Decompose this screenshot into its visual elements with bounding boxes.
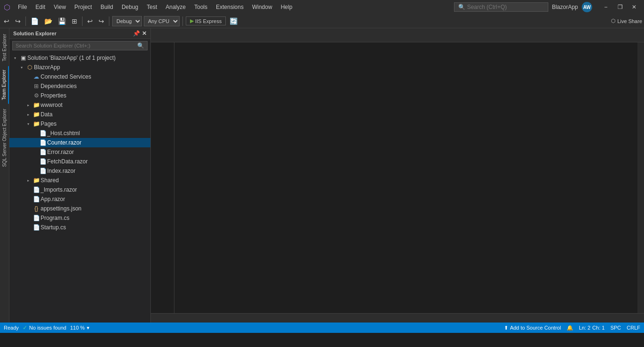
tab-bar	[151, 28, 644, 42]
menu-bar: FileEditViewProjectBuildDebugTestAnalyze…	[14, 3, 296, 11]
expand-icon[interactable]: ▸	[25, 103, 32, 107]
se-header: Solution Explorer 📌 ✕	[9, 28, 150, 39]
live-share-label: Live Share	[617, 18, 642, 24]
code-area[interactable]	[174, 42, 637, 313]
tree-item[interactable]: 📄Error.razor	[9, 147, 150, 157]
expand-icon[interactable]: ▸	[25, 178, 32, 183]
menu-item-extensions[interactable]: Extensions	[212, 3, 248, 11]
save-all-button[interactable]: ⊞	[70, 16, 79, 26]
razor-icon: 📄	[39, 139, 47, 146]
global-search[interactable]: 🔍	[454, 2, 548, 12]
status-bar: Ready ✓ No issues found 110 % ▾ ⬆ Add to…	[0, 323, 644, 333]
expand-icon[interactable]: ▸	[25, 113, 32, 117]
tree-item[interactable]: ▾▣Solution 'BlazorApp' (1 of 1 project)	[9, 53, 150, 63]
test-explorer-tab[interactable]: Test Explorer	[0, 30, 8, 65]
menu-item-analyze[interactable]: Analyze	[162, 3, 190, 11]
zoom-label: 110 %	[70, 325, 85, 331]
menu-item-tools[interactable]: Tools	[190, 3, 211, 11]
se-close-button[interactable]: ✕	[142, 30, 147, 37]
separator3	[109, 16, 109, 26]
team-explorer-tab[interactable]: Team Explorer	[0, 66, 9, 104]
tree-item[interactable]: 📄Startup.cs	[9, 223, 150, 232]
issues-status[interactable]: ✓ No issues found	[23, 324, 66, 331]
separator	[25, 16, 26, 26]
zoom-status[interactable]: 110 % ▾	[70, 325, 90, 331]
se-title: Solution Explorer	[13, 31, 57, 36]
user-avatar[interactable]: AW	[582, 2, 592, 12]
nav-back-button[interactable]: ↩	[2, 16, 11, 26]
menu-item-edit[interactable]: Edit	[32, 3, 49, 11]
sql-explorer-tab[interactable]: SQL Server Object Explorer	[0, 105, 8, 171]
menu-item-file[interactable]: File	[14, 3, 31, 11]
menu-item-build[interactable]: Build	[97, 3, 117, 11]
se-pin-button[interactable]: 📌	[133, 30, 140, 37]
tree-item[interactable]: ▾📁Pages	[9, 119, 150, 129]
chevron-icon: ▾	[87, 325, 90, 331]
razor-icon: 📄	[32, 186, 41, 193]
tree-item-label: BlazorApp	[34, 64, 150, 71]
tree-item[interactable]: ▾⬡BlazorApp	[9, 63, 150, 72]
tree-item[interactable]: ⚙Properties	[9, 91, 150, 100]
open-button[interactable]: 📂	[42, 16, 54, 26]
separator4	[182, 16, 183, 26]
tree-item-label: Dependencies	[41, 83, 150, 89]
tree-item[interactable]: 📄_Imports.razor	[9, 185, 150, 194]
menu-item-test[interactable]: Test	[143, 3, 161, 11]
notification-bell[interactable]: 🔔	[567, 325, 573, 331]
expand-icon[interactable]: ▾	[18, 65, 25, 70]
menu-item-debug[interactable]: Debug	[118, 3, 142, 11]
save-button[interactable]: 💾	[56, 16, 68, 26]
search-input[interactable]	[467, 4, 538, 10]
tree-item[interactable]: ⊞Dependencies	[9, 81, 150, 91]
tree-item[interactable]: {}appsettings.json	[9, 204, 150, 213]
minimize-button[interactable]: −	[600, 2, 612, 12]
tree-item[interactable]: 📄Counter.razor	[9, 138, 150, 147]
menu-item-project[interactable]: Project	[71, 3, 96, 11]
line-ending-label: CRLF	[627, 325, 640, 331]
tree-item[interactable]: 📄_Host.cshtml	[9, 129, 150, 138]
folder-icon: 📁	[32, 102, 41, 108]
debug-config-select[interactable]: Debug	[112, 16, 142, 26]
menu-item-help[interactable]: Help	[277, 3, 296, 11]
platform-select[interactable]: Any CPU	[144, 16, 180, 26]
live-share-button[interactable]: ⬡ Live Share	[611, 18, 642, 24]
maximize-button[interactable]: ❐	[614, 2, 626, 12]
razor-icon: 📄	[39, 130, 47, 137]
col-label: Ch: 1	[592, 325, 604, 331]
encoding-status[interactable]: SPC	[611, 325, 621, 331]
add-source-control[interactable]: ⬆ Add to Source Control	[504, 325, 561, 331]
expand-icon[interactable]: ▾	[11, 56, 19, 60]
check-icon: ✓	[23, 324, 27, 331]
redo-button[interactable]: ↪	[97, 16, 106, 26]
run-button[interactable]: ▶ IIS Express	[186, 16, 226, 25]
expand-icon[interactable]: ▾	[25, 122, 32, 126]
refresh-button[interactable]: 🔄	[228, 16, 239, 26]
tree-item[interactable]: 📄Index.razor	[9, 166, 150, 176]
close-button[interactable]: ✕	[628, 2, 640, 12]
tree-item[interactable]: 📄Program.cs	[9, 213, 150, 223]
new-file-button[interactable]: 📄	[29, 16, 41, 26]
undo-button[interactable]: ↩	[85, 16, 95, 26]
tree-item[interactable]: ▸📁wwwroot	[9, 100, 150, 110]
window-controls: − ❐ ✕	[600, 2, 640, 12]
menu-item-view[interactable]: View	[50, 3, 70, 11]
line-col-status[interactable]: Ln: 2 Ch: 1	[579, 325, 605, 331]
tree-item[interactable]: 📄App.razor	[9, 194, 150, 204]
nav-forward-button[interactable]: ↪	[13, 16, 23, 26]
tree-item[interactable]: ▸📁Shared	[9, 176, 150, 185]
line-ending-status[interactable]: CRLF	[627, 325, 640, 331]
tree-item[interactable]: ▸📁Data	[9, 110, 150, 119]
line-numbers	[151, 42, 174, 313]
tree-item-label: _Host.cshtml	[47, 130, 150, 137]
menu-item-window[interactable]: Window	[248, 3, 276, 11]
tree-item-label: Index.razor	[47, 168, 150, 174]
main-area: Test Explorer Team Explorer SQL Server O…	[0, 28, 644, 323]
connected-icon: ☁	[32, 73, 41, 80]
right-scrollbar[interactable]	[637, 42, 644, 313]
se-search-input[interactable]	[16, 43, 137, 48]
tree-item[interactable]: ☁Connected Services	[9, 72, 150, 81]
project-icon: ⬡	[25, 64, 34, 71]
encoding-label: SPC	[611, 325, 621, 331]
se-search-box[interactable]: 🔍	[12, 41, 148, 50]
tree-item[interactable]: 📄FetchData.razor	[9, 157, 150, 166]
